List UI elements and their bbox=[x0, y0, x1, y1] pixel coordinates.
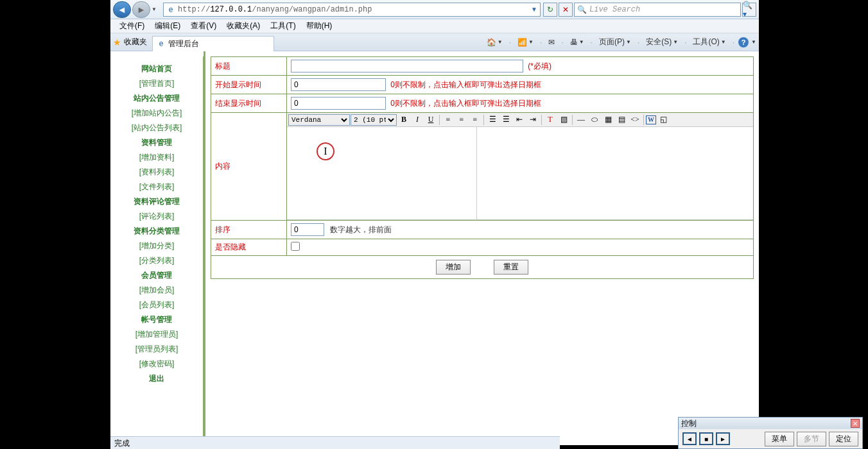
menu-file[interactable]: 文件(F) bbox=[114, 19, 150, 33]
favorites-star-icon[interactable]: ★ bbox=[113, 37, 121, 47]
menu-tools[interactable]: 工具(T) bbox=[265, 19, 300, 33]
title-input[interactable] bbox=[291, 60, 523, 72]
sidebar-item-9[interactable]: 资料评论管理 bbox=[110, 194, 203, 209]
menu-edit[interactable]: 编辑(E) bbox=[150, 19, 186, 33]
control-next-icon[interactable]: ► bbox=[716, 432, 730, 445]
table-icon[interactable]: ▤ bbox=[615, 114, 628, 126]
align-right-icon[interactable]: ≡ bbox=[469, 114, 482, 126]
control-menu-button[interactable]: 菜单 bbox=[765, 432, 794, 446]
image-icon[interactable]: ▦ bbox=[602, 114, 614, 126]
control-prev-icon[interactable]: ◄ bbox=[682, 432, 697, 445]
menu-bar: 文件(F) 编辑(E) 查看(V) 收藏夹(A) 工具(T) 帮助(H) bbox=[110, 19, 759, 33]
sidebar-item-19[interactable]: [管理员列表] bbox=[110, 342, 203, 357]
feeds-button[interactable]: 📶▼ bbox=[515, 37, 536, 48]
sidebar-item-15[interactable]: [增加会员] bbox=[110, 283, 203, 298]
align-center-icon[interactable]: ≡ bbox=[455, 114, 468, 126]
tab-title: 管理后台 bbox=[168, 38, 199, 49]
sidebar-item-21[interactable]: 退出 bbox=[110, 371, 203, 386]
sidebar-item-12[interactable]: [增加分类] bbox=[110, 239, 203, 253]
search-bar[interactable]: 🔍 Live Search bbox=[574, 3, 741, 17]
sort-hint: 数字越大，排前面 bbox=[330, 225, 392, 234]
sidebar-item-4[interactable]: [站内公告列表] bbox=[110, 121, 203, 135]
nav-history-dropdown[interactable]: ▼ bbox=[152, 6, 159, 12]
forward-button[interactable]: ► bbox=[132, 1, 150, 18]
bg-color-icon[interactable]: ▧ bbox=[557, 114, 570, 126]
sidebar-item-0[interactable]: 网站首页 bbox=[110, 62, 203, 76]
control-close-icon[interactable]: ✕ bbox=[851, 419, 860, 428]
favorites-label[interactable]: 收藏夹 bbox=[124, 37, 147, 47]
menu-favorites[interactable]: 收藏夹(A) bbox=[221, 19, 265, 33]
hidden-label: 是否隐藏 bbox=[211, 239, 287, 256]
search-go-button[interactable]: 🔍▾ bbox=[742, 3, 756, 17]
page-menu[interactable]: 页面(P)▼ bbox=[596, 35, 634, 49]
sidebar-item-5[interactable]: 资料管理 bbox=[110, 135, 203, 150]
back-button[interactable]: ◄ bbox=[113, 1, 131, 18]
safety-menu[interactable]: 安全(S)▼ bbox=[643, 35, 681, 49]
sidebar-item-8[interactable]: [文件列表] bbox=[110, 180, 203, 194]
title-label: 标题 bbox=[211, 57, 287, 76]
sort-input[interactable] bbox=[291, 223, 324, 236]
sidebar-item-10[interactable]: [评论列表] bbox=[110, 209, 203, 224]
tools-menu[interactable]: 工具(O)▼ bbox=[690, 35, 728, 49]
font-size-select[interactable]: 2 (10 pt) bbox=[351, 114, 397, 126]
editor-body[interactable]: I bbox=[287, 127, 477, 219]
hr-icon[interactable]: — bbox=[575, 114, 587, 126]
sidebar-item-17[interactable]: 帐号管理 bbox=[110, 312, 203, 327]
link-icon[interactable]: ⬭ bbox=[588, 114, 601, 126]
address-dropdown-icon[interactable]: ▼ bbox=[531, 6, 537, 13]
sidebar-item-2[interactable]: 站内公告管理 bbox=[110, 91, 203, 106]
sidebar-item-7[interactable]: [资料列表] bbox=[110, 165, 203, 180]
reset-button[interactable]: 重置 bbox=[494, 260, 528, 275]
align-left-icon[interactable]: ≡ bbox=[442, 114, 455, 126]
word-icon[interactable]: W bbox=[646, 115, 656, 124]
control-locate-button[interactable]: 定位 bbox=[829, 432, 858, 446]
control-multi-button[interactable]: 多节 bbox=[797, 432, 826, 446]
stop-button[interactable]: ✕ bbox=[559, 3, 573, 17]
start-time-label: 开始显示时间 bbox=[211, 76, 287, 94]
sidebar-item-20[interactable]: [修改密码] bbox=[110, 357, 203, 371]
unordered-list-icon[interactable]: ☰ bbox=[499, 114, 512, 126]
outdent-icon[interactable]: ⇤ bbox=[513, 114, 526, 126]
print-button[interactable]: 🖶▼ bbox=[568, 37, 587, 48]
help-icon[interactable]: ? bbox=[738, 37, 749, 47]
source-icon[interactable]: <> bbox=[629, 114, 641, 126]
indent-icon[interactable]: ⇥ bbox=[526, 114, 539, 126]
sidebar-item-18[interactable]: [增加管理员] bbox=[110, 327, 203, 342]
mail-button[interactable]: ✉ bbox=[546, 37, 557, 48]
sidebar-item-11[interactable]: 资料分类管理 bbox=[110, 224, 203, 239]
submit-button[interactable]: 增加 bbox=[436, 260, 471, 275]
italic-icon[interactable]: I bbox=[411, 114, 424, 126]
editor-toolbar: Verdana 2 (10 pt) B I U ≡ ≡ ≡ ☰ bbox=[287, 113, 753, 127]
home-button[interactable]: 🏠▼ bbox=[484, 37, 505, 48]
bold-icon[interactable]: B bbox=[397, 114, 410, 126]
sidebar-item-14[interactable]: 会员管理 bbox=[110, 268, 203, 283]
tab-bar: ★ 收藏夹 e 管理后台 🏠▼ · 📶▼ · ✉ · 🖶▼ · 页面(P)▼ ·… bbox=[110, 33, 759, 51]
sidebar-item-6[interactable]: [增加资料] bbox=[110, 150, 203, 165]
sort-label: 排序 bbox=[211, 221, 287, 239]
text-color-icon[interactable]: T bbox=[544, 114, 557, 126]
start-time-input[interactable] bbox=[291, 78, 386, 91]
ordered-list-icon[interactable]: ☰ bbox=[486, 114, 499, 126]
content-label: 内容 bbox=[211, 113, 287, 221]
hidden-checkbox[interactable] bbox=[291, 242, 300, 251]
sidebar: 网站首页[管理首页]站内公告管理[增加站内公告][站内公告列表]资料管理[增加资… bbox=[110, 51, 205, 444]
underline-icon[interactable]: U bbox=[424, 114, 437, 126]
end-time-input[interactable] bbox=[291, 97, 386, 110]
menu-help[interactable]: 帮助(H) bbox=[301, 19, 338, 33]
active-tab[interactable]: e 管理后台 bbox=[152, 36, 274, 51]
preview-icon[interactable]: ◱ bbox=[657, 114, 670, 126]
control-play-icon[interactable]: ■ bbox=[699, 432, 713, 445]
sidebar-item-16[interactable]: [会员列表] bbox=[110, 298, 203, 312]
refresh-button[interactable]: ↻ bbox=[543, 3, 557, 17]
sidebar-item-1[interactable]: [管理首页] bbox=[110, 76, 203, 91]
sidebar-item-3[interactable]: [增加站内公告] bbox=[110, 106, 203, 121]
menu-view[interactable]: 查看(V) bbox=[186, 19, 221, 33]
address-bar[interactable]: e http://127.0.0.1/nanyang/wangpan/admin… bbox=[163, 3, 541, 17]
font-family-select[interactable]: Verdana bbox=[288, 114, 350, 126]
control-panel: 控制 ✕ ◄ ■ ► 菜单 多节 定位 bbox=[678, 417, 863, 449]
search-placeholder: Live Search bbox=[589, 5, 738, 14]
control-panel-title: 控制 ✕ bbox=[679, 418, 862, 429]
rich-editor: Verdana 2 (10 pt) B I U ≡ ≡ ≡ ☰ bbox=[287, 113, 753, 220]
title-required: (*必填) bbox=[528, 62, 551, 71]
sidebar-item-13[interactable]: [分类列表] bbox=[110, 253, 203, 268]
